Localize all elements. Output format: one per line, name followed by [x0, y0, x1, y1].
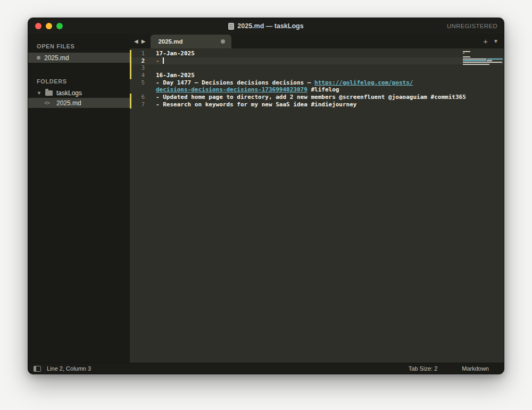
window-title: 2025.md — taskLogs [237, 22, 303, 30]
minimize-window-button[interactable] [46, 23, 52, 29]
line-number[interactable]: 5 [130, 79, 145, 87]
line-number[interactable]: 7 [130, 101, 145, 108]
tab-2025md[interactable]: 2025.md [151, 35, 231, 48]
folders-header: FOLDERS [28, 76, 130, 88]
line-text[interactable]: - Day 1477 – Decisions decisions decisio… [145, 79, 413, 87]
chevron-down-icon[interactable]: ▼ [37, 90, 41, 96]
registration-status: UNREGISTERED [447, 23, 504, 29]
line-number[interactable]: 3 [130, 64, 145, 72]
line-number[interactable]: 6 [130, 94, 145, 101]
folder-item[interactable]: ▼ taskLogs [28, 88, 130, 98]
line-number[interactable]: 1 [130, 50, 145, 57]
app-window: 2025.md — taskLogs UNREGISTERED OPEN FIL… [28, 18, 504, 374]
minimap[interactable] [460, 49, 504, 69]
line-number[interactable]: 2 [130, 57, 145, 65]
modified-dot-icon [37, 56, 40, 60]
sidebar-toggle-icon[interactable] [34, 366, 41, 372]
line-text[interactable]: decisions-decisions-decisions-1736994023… [145, 86, 339, 94]
code-line[interactable]: 6- Updated home page to directory, add 2… [130, 94, 504, 101]
line-text[interactable]: - [145, 57, 164, 65]
text-cursor [163, 57, 164, 64]
tab-label: 2025.md [158, 38, 182, 45]
line-text[interactable]: - Research on keywords for my new SaaS i… [145, 101, 357, 108]
line-text[interactable]: 17-Jan-2025 [145, 50, 195, 57]
line-number[interactable] [130, 86, 145, 94]
line-number[interactable]: 4 [130, 72, 145, 79]
line-text[interactable]: - Updated home page to directory, add 2 … [145, 94, 466, 101]
close-window-button[interactable] [35, 23, 41, 29]
open-file-label: 2025.md [44, 54, 69, 62]
code-file-icon: <> [44, 100, 53, 106]
code-line[interactable]: 5- Day 1477 – Decisions decisions decisi… [130, 79, 504, 87]
line-text[interactable] [145, 64, 156, 72]
open-file-item[interactable]: 2025.md [28, 53, 130, 63]
folder-file-label: 2025.md [56, 99, 81, 107]
code-line[interactable]: 3 [130, 64, 504, 72]
tab-overflow-icon[interactable]: ▼ [493, 38, 498, 44]
prev-tab-icon[interactable]: ◀ [134, 38, 138, 44]
tab-size-button[interactable]: Tab Size: 2 [409, 365, 437, 372]
code-line[interactable]: 416-Jan-2025 [130, 72, 504, 79]
tab-modified-dot-icon[interactable] [221, 39, 225, 44]
code-line[interactable]: 117-Jan-2025 [130, 50, 504, 57]
tab-bar: ◀ ▶ 2025.md + ▼ [130, 34, 504, 48]
syntax-button[interactable]: Markdown [462, 365, 489, 372]
editor-area[interactable]: 117-Jan-20252- 3416-Jan-20255- Day 1477 … [130, 48, 504, 363]
document-icon [228, 23, 234, 30]
folder-file-item[interactable]: <> 2025.md [28, 98, 130, 108]
next-tab-icon[interactable]: ▶ [142, 38, 146, 44]
cursor-position-label: Line 2, Column 3 [47, 365, 91, 372]
title-bar: 2025.md — taskLogs UNREGISTERED [28, 18, 504, 34]
folder-icon [45, 90, 53, 96]
code-line[interactable]: 2- [130, 57, 504, 65]
sidebar: OPEN FILES 2025.md FOLDERS ▼ taskLogs <>… [28, 34, 130, 363]
traffic-lights [28, 23, 63, 29]
folder-label: taskLogs [56, 89, 82, 97]
code-line[interactable]: decisions-decisions-decisions-1736994023… [130, 86, 504, 94]
new-tab-icon[interactable]: + [483, 37, 488, 45]
open-files-header: OPEN FILES [28, 40, 130, 53]
zoom-window-button[interactable] [56, 23, 63, 29]
code-line[interactable]: 7- Research on keywords for my new SaaS … [130, 101, 504, 108]
status-bar: Line 2, Column 3 Tab Size: 2 Markdown [28, 363, 504, 374]
line-text[interactable]: 16-Jan-2025 [145, 72, 195, 79]
